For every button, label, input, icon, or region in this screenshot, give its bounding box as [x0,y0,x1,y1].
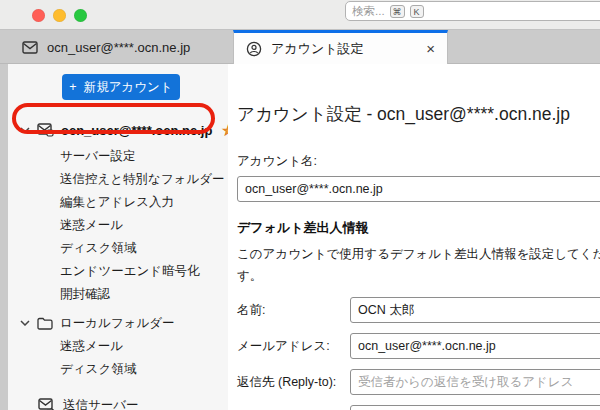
sidebar-item-copies-folders[interactable]: 送信控えと特別なフォルダー [8,168,228,191]
window-body: + 新規アカウント ocn_user@****.ocn.ne.jp [0,64,600,410]
new-account-button[interactable]: + 新規アカウント [62,74,180,100]
envelope-icon [22,41,38,54]
form-row-reply-to: 返信先 (Reply-to): [237,369,600,395]
description-line-1: このアカウントで使用するデフォルト差出人情報を設定してください。これ [237,243,600,265]
sidebar-outgoing-server[interactable]: 送信サーバー [8,393,228,410]
close-tab-icon[interactable]: × [426,41,435,56]
plus-icon: + [69,80,76,94]
name-input[interactable] [350,297,600,323]
sidebar-item-e2e-encryption[interactable]: エンドツーエンド暗号化 [8,260,228,283]
email-input[interactable] [350,333,600,359]
name-label: 名前: [237,302,350,319]
zoom-window-button[interactable] [74,9,87,22]
sidebar-local-folders-label: ローカルフォルダー [60,315,175,332]
organization-input[interactable] [350,405,600,410]
command-key-icon: ⌘ [390,5,405,18]
search-placeholder: 検索... [352,4,385,19]
account-settings-icon [246,41,262,57]
window-left-edge [0,64,8,410]
outgoing-server-icon [38,398,55,410]
k-key-icon: K [410,5,424,18]
tab-mail-label: ocn_user@****.ocn.ne.jp [47,40,190,55]
sidebar-outgoing-server-label: 送信サーバー [63,397,139,410]
account-name-input[interactable] [237,176,600,202]
settings-sidebar: + 新規アカウント ocn_user@****.ocn.ne.jp [8,64,228,410]
account-settings-panel: アカウント設定 - ocn_user@****.ocn.ne.jp アカウント名… [228,64,600,410]
sidebar-item-local-junk-mail[interactable]: 迷惑メール [8,335,228,358]
default-identity-heading: デフォルト差出人情報 [237,219,600,237]
sidebar-item-disk-space[interactable]: ディスク領域 [8,237,228,260]
tab-settings-label: アカウント設定 [271,40,364,58]
search-input[interactable]: 検索... ⌘ K [345,1,600,21]
account-name-label: アカウント名: [237,153,600,170]
folder-icon [37,317,53,330]
window-titlebar: 検索... ⌘ K [0,0,600,30]
sidebar-account-root[interactable]: ocn_user@****.ocn.ne.jp ★ [8,115,228,145]
sidebar-item-junk-mail[interactable]: 迷惑メール [8,214,228,237]
email-label: メールアドレス: [237,338,350,355]
tab-bar: ocn_user@****.ocn.ne.jp アカウント設定 × [0,30,600,64]
sidebar-item-composition-addressing[interactable]: 編集とアドレス入力 [8,191,228,214]
reply-to-label: 返信先 (Reply-to): [237,374,350,391]
chevron-down-icon[interactable] [20,320,30,326]
sidebar-local-folders[interactable]: ローカルフォルダー [8,311,228,335]
tab-account-settings[interactable]: アカウント設定 × [233,30,448,64]
chevron-down-icon[interactable] [20,127,30,133]
description-line-2: す。 [237,265,600,287]
minimize-window-button[interactable] [53,9,66,22]
sidebar-item-server-settings[interactable]: サーバー設定 [8,145,228,168]
form-row-email: メールアドレス: [237,333,600,359]
thunderbird-window: 検索... ⌘ K ocn_user@****.ocn.ne.jp [0,0,600,410]
sidebar-item-local-disk-space[interactable]: ディスク領域 [8,358,228,381]
sidebar-item-return-receipts[interactable]: 開封確認 [8,283,228,306]
window-controls [32,9,87,22]
form-row-organization: 組織 (Organization): [237,405,600,410]
form-row-name: 名前: [237,297,600,323]
default-identity-description: このアカウントで使用するデフォルト差出人情報を設定してください。これ す。 [237,243,600,287]
account-mail-icon [37,123,54,137]
reply-to-input[interactable] [350,369,600,395]
page-title: アカウント設定 - ocn_user@****.ocn.ne.jp [237,102,600,126]
new-account-label: 新規アカウント [84,79,173,96]
tab-mail[interactable]: ocn_user@****.ocn.ne.jp [12,30,200,64]
sidebar-account-label: ocn_user@****.ocn.ne.jp [61,123,212,138]
close-window-button[interactable] [32,9,45,22]
